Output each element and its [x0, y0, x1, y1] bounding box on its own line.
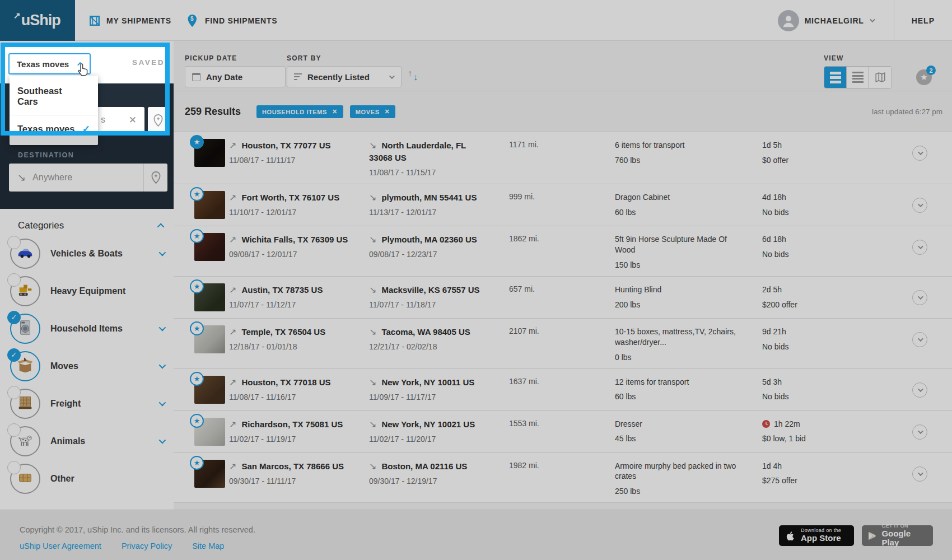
category-item[interactable]: Animals [0, 422, 174, 460]
chevron-down-icon[interactable] [159, 437, 166, 444]
app-store-badge[interactable]: Download on theApp Store [779, 525, 854, 546]
categories-section: Categories Vehicles & Boats Heavy Equipm… [0, 209, 174, 510]
shipment-thumbnail: ★ [194, 460, 229, 488]
expand-row-button[interactable] [912, 240, 927, 255]
expand-row-button[interactable] [912, 198, 927, 213]
pickup-date-input[interactable]: Any Date [185, 66, 286, 87]
pickup-date-label: PICKUP DATE [185, 54, 237, 62]
shipment-row[interactable]: ★ ↗Temple, TX 76504 US 12/18/17 - 01/01/… [174, 319, 952, 369]
saved-search-option[interactable]: Southeast Cars ✓ [10, 78, 98, 115]
shipment-row[interactable]: ★ ↗Houston, TX 77018 US 11/08/17 - 11/16… [174, 369, 952, 411]
watch-star-badge[interactable]: ★ [190, 229, 204, 243]
distance: 1862 mi. [509, 233, 615, 243]
origin-city: ↗San Marcos, TX 78666 US [229, 460, 369, 473]
user-menu[interactable]: MICHAELGIRL [778, 10, 874, 31]
clear-icon[interactable]: ✕ [129, 114, 137, 126]
expand-row-button[interactable] [912, 424, 927, 440]
chevron-down-icon[interactable] [159, 399, 166, 407]
bid-status: No bids [762, 342, 897, 351]
category-item[interactable]: Vehicles & Boats [0, 235, 174, 272]
category-item[interactable]: Freight [0, 385, 174, 422]
watch-star-badge[interactable]: ★ [190, 414, 204, 428]
expand-row-button[interactable] [912, 146, 927, 161]
filter-chip[interactable]: MOVES ✕ [350, 105, 396, 118]
shipment-weight: 760 lbs [615, 156, 748, 165]
remove-chip-icon[interactable]: ✕ [332, 108, 338, 115]
results-main: PICKUP DATE Any Date SORT BY Recently Li… [174, 41, 952, 510]
chevron-down-icon[interactable] [159, 249, 166, 256]
expand-row-button[interactable] [912, 290, 927, 305]
nav-my-shipments-label: MY SHIPMENTS [106, 16, 171, 25]
view-detailed-list-button[interactable] [824, 67, 847, 88]
category-item[interactable]: Other [0, 460, 174, 497]
shipment-thumbnail: ★ [194, 376, 229, 404]
saved-search-selected-label: Texas moves [17, 59, 69, 69]
view-map-button[interactable] [869, 67, 892, 88]
watch-star-badge[interactable]: ★ [190, 187, 204, 201]
category-item[interactable]: ✓ Moves [0, 347, 174, 385]
footer-link[interactable]: Privacy Policy [122, 542, 172, 550]
appstore-name: App Store [801, 534, 841, 543]
watch-star-badge[interactable]: ★ [190, 456, 204, 470]
category-label: Moves [50, 361, 159, 371]
category-checkbox[interactable] [7, 386, 21, 399]
category-checkbox[interactable] [7, 461, 21, 474]
origin-dates: 11/08/17 - 11/16/17 [229, 393, 369, 402]
watch-star-badge[interactable]: ★ [190, 372, 204, 386]
chevron-down-icon[interactable] [159, 324, 166, 332]
category-checkbox[interactable] [7, 273, 21, 287]
footer-link[interactable]: uShip User Agreement [20, 542, 101, 550]
shipment-thumbnail: ★ [194, 139, 229, 167]
saved-search-option[interactable]: Texas moves ✓ [10, 115, 98, 143]
shipment-row[interactable]: ★ ↗Fort Worth, TX 76107 US 11/10/17 - 12… [174, 184, 952, 226]
shipment-title: 12 items for transport [615, 376, 748, 388]
destination-pin-button[interactable] [143, 164, 167, 192]
categories-header[interactable]: Categories [0, 209, 174, 235]
chevron-down-icon[interactable] [159, 362, 166, 369]
time-left: 2d 5h [762, 283, 897, 295]
shipment-row[interactable]: ★ ↗Austin, TX 78735 US 11/07/17 - 11/12/… [174, 277, 952, 319]
google-play-badge[interactable]: GET IT ONGoogle Play [862, 525, 933, 546]
help-link[interactable]: HELP [894, 16, 952, 25]
origin-dates: 11/07/17 - 11/12/17 [229, 300, 369, 309]
shipment-row[interactable]: ★ ↗San Marcos, TX 78666 US 09/30/17 - 11… [174, 453, 952, 503]
shipment-row[interactable]: ★ ↗Wichita Falls, TX 76309 US 09/08/17 -… [174, 226, 952, 277]
sort-select[interactable]: Recently Listed [287, 66, 402, 87]
expand-row-button[interactable] [912, 382, 927, 398]
sort-lines-icon [294, 73, 302, 80]
watch-star-badge[interactable]: ★ [190, 279, 204, 293]
copyright-text: Copyright © 2017, uShip Inc. and its lic… [20, 525, 255, 534]
shipment-row[interactable]: ★ ↗Richardson, TX 75081 US 11/02/17 - 11… [174, 411, 952, 453]
time-left: 5d 3h [762, 376, 897, 388]
shipment-thumbnail: ★ [194, 418, 229, 446]
category-checkbox[interactable] [7, 423, 21, 437]
shipment-row[interactable]: ★ ↗Houston, TX 77077 US 11/08/17 - 11/11… [174, 132, 952, 184]
uship-logo[interactable]: ↗uShip [0, 0, 75, 41]
expand-row-button[interactable] [912, 466, 927, 482]
nav-my-shipments[interactable]: MY SHIPMENTS [88, 0, 171, 41]
filter-chip[interactable]: HOUSEHOLD ITEMS ✕ [256, 105, 343, 118]
destination-dates: 11/09/17 - 11/17/17 [369, 393, 487, 402]
chevron-down-icon [918, 294, 923, 300]
watch-star-badge[interactable]: ★ [190, 135, 204, 149]
category-checkbox[interactable] [7, 236, 21, 249]
view-compact-list-button[interactable] [847, 67, 869, 88]
sort-direction-toggle[interactable]: ↑ ↓ [408, 66, 424, 87]
footer-link[interactable]: Site Map [192, 542, 224, 550]
watch-star-badge[interactable]: ★ [190, 321, 204, 335]
shipments-table: ★ ↗Houston, TX 77077 US 11/08/17 - 11/11… [174, 132, 952, 503]
category-icon-circle: ✓ [10, 314, 40, 344]
expand-row-button[interactable] [912, 332, 927, 347]
category-item[interactable]: ✓ Household Items [0, 310, 174, 347]
remove-chip-icon[interactable]: ✕ [385, 108, 390, 115]
nav-find-shipments-label: FIND SHIPMENTS [205, 16, 277, 25]
saved-search-dropdown[interactable]: Texas moves [8, 53, 91, 74]
category-checkbox[interactable]: ✓ [7, 348, 21, 362]
pickup-pin-button[interactable] [148, 107, 168, 134]
category-item[interactable]: Heavy Equipment [0, 272, 174, 310]
nav-find-shipments[interactable]: $ FIND SHIPMENTS [187, 0, 277, 41]
destination-city: ↘North Lauderdale, FL 33068 US [369, 139, 487, 164]
destination-input[interactable]: ↘ Anywhere [9, 164, 167, 192]
footer: Copyright © 2017, uShip Inc. and its lic… [0, 510, 952, 560]
category-checkbox[interactable]: ✓ [7, 311, 21, 324]
